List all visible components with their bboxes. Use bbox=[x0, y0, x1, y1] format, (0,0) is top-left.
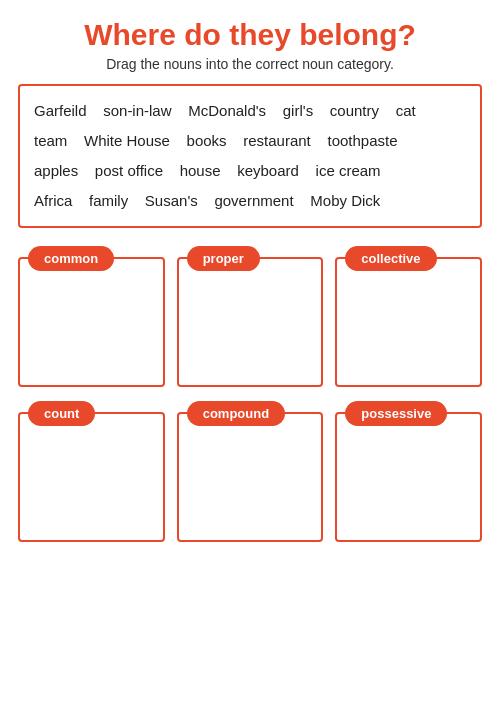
category-label-possessive: possessive bbox=[345, 401, 447, 426]
category-cell-common[interactable]: common bbox=[18, 246, 165, 387]
category-cell-possessive[interactable]: possessive bbox=[335, 401, 482, 542]
word-bank: Garfeild son-in-law McDonald's girl's co… bbox=[18, 84, 482, 228]
category-box-possessive[interactable] bbox=[335, 412, 482, 542]
categories-grid: commonpropercollectivecountcompoundposse… bbox=[18, 246, 482, 542]
category-box-proper[interactable] bbox=[177, 257, 324, 387]
category-cell-count[interactable]: count bbox=[18, 401, 165, 542]
category-box-count[interactable] bbox=[18, 412, 165, 542]
page-title: Where do they belong? bbox=[84, 18, 416, 52]
category-cell-proper[interactable]: proper bbox=[177, 246, 324, 387]
category-box-collective[interactable] bbox=[335, 257, 482, 387]
word-bank-content: Garfeild son-in-law McDonald's girl's co… bbox=[34, 102, 416, 209]
category-cell-collective[interactable]: collective bbox=[335, 246, 482, 387]
category-cell-compound[interactable]: compound bbox=[177, 401, 324, 542]
subtitle: Drag the nouns into the correct noun cat… bbox=[106, 56, 394, 72]
category-box-common[interactable] bbox=[18, 257, 165, 387]
category-label-collective: collective bbox=[345, 246, 436, 271]
category-label-proper: proper bbox=[187, 246, 260, 271]
category-box-compound[interactable] bbox=[177, 412, 324, 542]
category-label-count: count bbox=[28, 401, 95, 426]
category-label-common: common bbox=[28, 246, 114, 271]
category-label-compound: compound bbox=[187, 401, 285, 426]
